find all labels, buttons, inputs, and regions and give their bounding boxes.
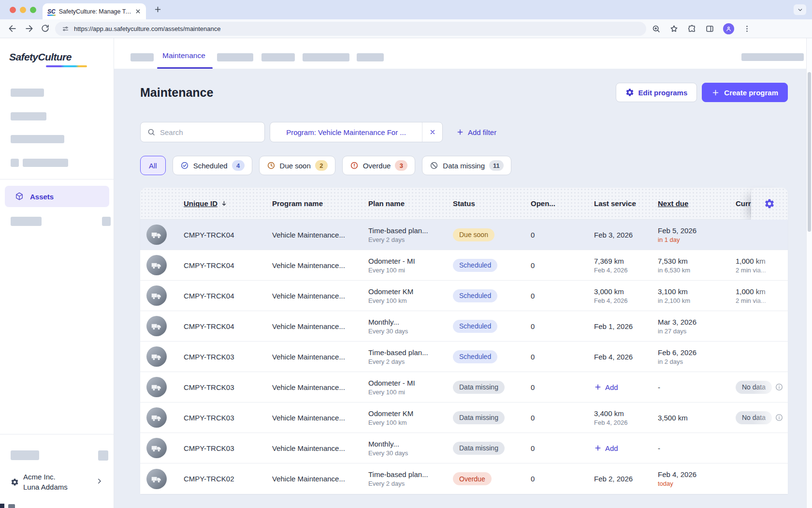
safetyculture-favicon: SC [47, 9, 56, 15]
asset-thumbnail [146, 224, 167, 245]
sidebar-subitem-skeleton [102, 217, 111, 226]
add-last-service-button[interactable]: Add [594, 444, 649, 452]
site-settings-icon[interactable] [62, 25, 69, 32]
asset-thumbnail-cell [140, 433, 175, 463]
add-last-service-button[interactable]: Add [594, 383, 649, 391]
table-row[interactable]: CMPY-TRCK04Vehicle Maintenance...Odomete… [140, 281, 788, 311]
scrollbar-thumb[interactable] [808, 72, 811, 232]
edit-programs-button[interactable]: Edit programs [616, 83, 697, 102]
settings-gear-icon[interactable] [11, 478, 19, 486]
search-box[interactable] [140, 122, 265, 142]
column-next-due[interactable]: Next due [649, 199, 727, 208]
status-badge: Overdue [453, 472, 492, 485]
next-due-countdown: today [658, 480, 727, 487]
program-name-cell: Vehicle Maintenance... [263, 220, 360, 250]
open-actions-cell: 0 [522, 342, 585, 372]
forward-icon[interactable] [24, 24, 34, 33]
table-settings-button[interactable] [751, 188, 788, 220]
next-due-cell: Feb 4, 2026today [649, 463, 727, 494]
table-row[interactable]: CMPY-TRCK03Vehicle Maintenance...Time-ba… [140, 342, 788, 372]
fullscreen-window-button[interactable] [30, 7, 36, 13]
zoom-icon[interactable] [652, 24, 661, 33]
new-tab-button[interactable] [154, 5, 162, 14]
close-window-button[interactable] [10, 7, 16, 13]
extensions-icon[interactable] [687, 24, 696, 33]
close-tab-icon[interactable] [135, 8, 141, 15]
column-status[interactable]: Status [444, 199, 522, 208]
filter-pill-data-missing[interactable]: Data missing11 [422, 156, 511, 175]
page-tab-skeleton[interactable] [357, 53, 384, 61]
column-last-service[interactable]: Last service [585, 199, 649, 208]
table-row[interactable]: CMPY-TRCK04Vehicle Maintenance...Time-ba… [140, 220, 788, 250]
page-tab-skeleton[interactable] [130, 53, 154, 61]
url-bar[interactable]: https://app.au.safetyculture.com/assets/… [55, 22, 646, 36]
table-body: CMPY-TRCK04Vehicle Maintenance...Time-ba… [140, 220, 788, 494]
table-row[interactable]: CMPY-TRCK04Vehicle Maintenance...Monthly… [140, 311, 788, 342]
unique-id-cell: CMPY-TRCK04 [175, 311, 263, 341]
tab-search-button[interactable] [794, 4, 806, 15]
side-panel-icon[interactable] [705, 24, 714, 33]
asset-thumbnail [146, 438, 167, 458]
info-icon[interactable] [775, 413, 783, 422]
table-row[interactable]: CMPY-TRCK04Vehicle Maintenance...Odomete… [140, 250, 788, 281]
plan-name: Odometer - MI [368, 257, 444, 265]
column-plan-name[interactable]: Plan name [360, 199, 444, 208]
add-filter-button[interactable]: Add filter [456, 128, 496, 136]
table-row[interactable]: CMPY-TRCK03Vehicle Maintenance...Monthly… [140, 433, 788, 463]
plan-name-cell: Monthly...Every 30 days [360, 433, 444, 463]
plan-name-cell: Odometer KMEvery 100 km [360, 403, 444, 433]
next-due-value: 7,530 km [658, 257, 727, 265]
table-row[interactable]: CMPY-TRCK03Vehicle Maintenance...Odomete… [140, 403, 788, 433]
last-service-cell: Add [585, 433, 649, 463]
back-icon[interactable] [8, 24, 17, 33]
browser-menu-icon[interactable] [743, 25, 751, 33]
browser-tab[interactable]: SC SafetyCulture: Manage Teams and... [43, 3, 146, 19]
remove-filter-icon[interactable] [422, 122, 442, 142]
table-row[interactable]: CMPY-TRCK03Vehicle Maintenance...Odomete… [140, 372, 788, 403]
asset-thumbnail [146, 285, 167, 306]
page-tab-skeleton[interactable] [303, 53, 349, 61]
column-program-name[interactable]: Program name [263, 199, 360, 208]
sidebar-divider [0, 179, 114, 179]
search-input[interactable] [141, 122, 264, 142]
minimize-window-button[interactable] [20, 7, 26, 13]
sidebar: SafetyCulture Assets Acme Inc. [0, 38, 114, 508]
bookmark-star-icon[interactable] [669, 24, 679, 33]
truck-icon [150, 259, 163, 271]
create-program-button[interactable]: Create program [702, 83, 788, 102]
reload-icon[interactable] [41, 24, 50, 33]
program-filter-chip[interactable]: Program: Vehicle Maintenance For ... [270, 122, 443, 142]
filter-pill-scheduled[interactable]: Scheduled4 [173, 156, 252, 175]
program-name-cell: Vehicle Maintenance... [263, 281, 360, 311]
chevron-right-icon[interactable] [96, 478, 103, 485]
page-tab-skeleton[interactable] [217, 53, 253, 61]
page-title: Maintenance [140, 86, 213, 100]
unique-id-cell: CMPY-TRCK03 [175, 342, 263, 372]
plan-name: Time-based plan... [368, 226, 444, 235]
overdue-icon [350, 161, 359, 170]
page-scrollbar[interactable] [806, 38, 812, 508]
column-open-actions[interactable]: Open... [522, 199, 585, 208]
browser-profile-avatar[interactable] [723, 23, 734, 34]
info-icon[interactable] [775, 383, 783, 391]
open-actions-cell: 0 [522, 372, 585, 402]
tab-maintenance[interactable]: Maintenance [162, 38, 205, 69]
plan-frequency: Every 2 days [368, 236, 444, 243]
filter-pill-count: 2 [315, 160, 328, 171]
last-service-value: 3,400 km [594, 409, 649, 418]
next-due-value: - [658, 383, 727, 391]
filter-pill-all[interactable]: All [140, 156, 166, 175]
filter-pill-overdue[interactable]: Overdue3 [342, 156, 416, 175]
next-due-value: Feb 4, 2026 [658, 470, 727, 478]
maintenance-table: Unique ID Program name Plan name Status … [140, 188, 788, 494]
page-tab-skeleton[interactable] [261, 53, 295, 61]
table-row[interactable]: CMPY-TRCK02Vehicle Maintenance...Time-ba… [140, 463, 788, 494]
edit-programs-label: Edit programs [638, 89, 688, 97]
column-unique-id[interactable]: Unique ID [175, 199, 263, 208]
status-badge: Scheduled [453, 320, 497, 333]
filter-pill-due-soon[interactable]: Due soon2 [259, 156, 335, 175]
asset-thumbnail [146, 316, 167, 336]
sidebar-item-assets[interactable]: Assets [5, 186, 109, 207]
unique-id-cell: CMPY-TRCK04 [175, 220, 263, 250]
filter-pill-label: Due soon [280, 162, 311, 170]
